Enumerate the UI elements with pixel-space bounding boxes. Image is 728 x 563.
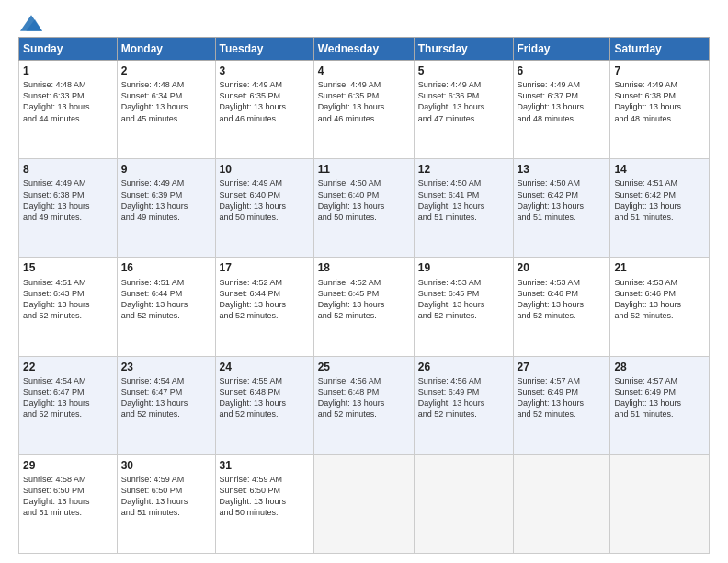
day-info-line: and 51 minutes. xyxy=(23,507,113,518)
day-number: 17 xyxy=(220,260,310,275)
calendar-cell: 18Sunrise: 4:52 AMSunset: 6:45 PMDayligh… xyxy=(313,258,414,356)
day-number: 12 xyxy=(418,162,509,177)
calendar-cell: 19Sunrise: 4:53 AMSunset: 6:45 PMDayligh… xyxy=(414,258,513,356)
day-info-line: Daylight: 13 hours xyxy=(220,397,310,408)
day-info-line: and 52 minutes. xyxy=(121,408,211,419)
day-info-line: Sunrise: 4:57 AM xyxy=(614,375,705,386)
calendar-cell: 10Sunrise: 4:49 AMSunset: 6:40 PMDayligh… xyxy=(215,159,313,258)
day-info-line: and 52 minutes. xyxy=(518,310,607,321)
day-info-line: and 48 minutes. xyxy=(518,113,607,124)
day-number: 9 xyxy=(121,162,211,177)
day-info-line: Sunrise: 4:50 AM xyxy=(418,178,509,189)
day-info-line: Sunrise: 4:53 AM xyxy=(614,277,705,288)
calendar-week-2: 8Sunrise: 4:49 AMSunset: 6:38 PMDaylight… xyxy=(19,159,710,258)
calendar-cell: 28Sunrise: 4:57 AMSunset: 6:49 PMDayligh… xyxy=(610,356,710,454)
calendar-cell: 2Sunrise: 4:48 AMSunset: 6:34 PMDaylight… xyxy=(117,61,215,159)
day-info-line: Sunset: 6:45 PM xyxy=(418,288,509,299)
day-number: 29 xyxy=(23,458,113,473)
logo-icon xyxy=(20,15,42,31)
day-info-line: Sunrise: 4:51 AM xyxy=(614,178,705,189)
day-number: 16 xyxy=(121,260,211,275)
day-number: 5 xyxy=(418,63,509,78)
day-info-line: Sunset: 6:47 PM xyxy=(23,386,113,397)
day-info-line: and 52 minutes. xyxy=(220,310,310,321)
day-info-line: Sunset: 6:46 PM xyxy=(518,288,607,299)
day-info-line: Sunset: 6:46 PM xyxy=(614,288,705,299)
calendar-cell: 30Sunrise: 4:59 AMSunset: 6:50 PMDayligh… xyxy=(117,454,215,553)
weekday-header-tuesday: Tuesday xyxy=(215,38,313,61)
day-info-line: Sunset: 6:42 PM xyxy=(614,190,705,201)
day-info-line: Sunset: 6:40 PM xyxy=(220,190,310,201)
day-number: 11 xyxy=(318,162,410,177)
day-info-line: Daylight: 13 hours xyxy=(318,101,410,112)
day-number: 15 xyxy=(23,260,113,275)
calendar-cell: 6Sunrise: 4:49 AMSunset: 6:37 PMDaylight… xyxy=(513,61,610,159)
calendar-body: 1Sunrise: 4:48 AMSunset: 6:33 PMDaylight… xyxy=(19,61,710,554)
day-info-line: and 50 minutes. xyxy=(318,212,410,223)
header xyxy=(18,15,710,28)
day-info-line: Sunset: 6:49 PM xyxy=(418,386,509,397)
day-number: 13 xyxy=(518,162,607,177)
day-info-line: Daylight: 13 hours xyxy=(121,496,211,507)
calendar-cell: 23Sunrise: 4:54 AMSunset: 6:47 PMDayligh… xyxy=(117,356,215,454)
day-info-line: Sunset: 6:41 PM xyxy=(418,190,509,201)
day-number: 14 xyxy=(614,162,705,177)
calendar-cell: 14Sunrise: 4:51 AMSunset: 6:42 PMDayligh… xyxy=(610,159,710,258)
day-info-line: Sunset: 6:35 PM xyxy=(318,90,410,101)
day-info-line: Sunrise: 4:49 AM xyxy=(121,178,211,189)
day-info-line: Sunset: 6:34 PM xyxy=(121,90,211,101)
day-info-line: and 51 minutes. xyxy=(614,408,705,419)
day-info-line: Daylight: 13 hours xyxy=(23,299,113,310)
day-info-line: Sunrise: 4:51 AM xyxy=(23,277,113,288)
calendar-cell: 11Sunrise: 4:50 AMSunset: 6:40 PMDayligh… xyxy=(313,159,414,258)
day-info-line: and 51 minutes. xyxy=(614,212,705,223)
day-info-line: and 52 minutes. xyxy=(121,310,211,321)
day-info-line: and 52 minutes. xyxy=(418,408,509,419)
day-info-line: Daylight: 13 hours xyxy=(23,101,113,112)
day-info-line: and 52 minutes. xyxy=(23,310,113,321)
day-info-line: Sunset: 6:45 PM xyxy=(318,288,410,299)
calendar-cell: 25Sunrise: 4:56 AMSunset: 6:48 PMDayligh… xyxy=(313,356,414,454)
logo-text xyxy=(18,15,42,31)
day-number: 26 xyxy=(418,360,509,374)
day-info-line: Sunset: 6:44 PM xyxy=(121,288,211,299)
day-info-line: Sunrise: 4:49 AM xyxy=(220,79,310,90)
day-number: 27 xyxy=(518,360,607,374)
calendar-header-row: SundayMondayTuesdayWednesdayThursdayFrid… xyxy=(19,38,710,61)
day-info-line: Daylight: 13 hours xyxy=(23,496,113,507)
day-info-line: Sunrise: 4:59 AM xyxy=(121,474,211,485)
day-info-line: Daylight: 13 hours xyxy=(518,397,607,408)
weekday-header-monday: Monday xyxy=(117,38,215,61)
day-number: 10 xyxy=(220,162,310,177)
calendar-week-5: 29Sunrise: 4:58 AMSunset: 6:50 PMDayligh… xyxy=(19,454,710,553)
day-number: 2 xyxy=(121,63,211,78)
calendar-cell: 12Sunrise: 4:50 AMSunset: 6:41 PMDayligh… xyxy=(414,159,513,258)
day-info-line: Sunset: 6:35 PM xyxy=(220,90,310,101)
calendar-cell xyxy=(313,454,414,553)
calendar-cell: 3Sunrise: 4:49 AMSunset: 6:35 PMDaylight… xyxy=(215,61,313,159)
weekday-header-thursday: Thursday xyxy=(414,38,513,61)
day-info-line: Daylight: 13 hours xyxy=(418,299,509,310)
day-info-line: Sunrise: 4:52 AM xyxy=(318,277,410,288)
calendar-cell xyxy=(610,454,710,553)
day-info-line: Sunrise: 4:59 AM xyxy=(220,474,310,485)
day-info-line: and 47 minutes. xyxy=(418,113,509,124)
day-info-line: Sunset: 6:37 PM xyxy=(518,90,607,101)
day-info-line: Sunrise: 4:54 AM xyxy=(121,375,211,386)
weekday-header-sunday: Sunday xyxy=(19,38,118,61)
day-info-line: Daylight: 13 hours xyxy=(121,299,211,310)
day-info-line: Sunset: 6:33 PM xyxy=(23,90,113,101)
day-info-line: Daylight: 13 hours xyxy=(121,397,211,408)
logo xyxy=(18,15,42,28)
day-info-line: Daylight: 13 hours xyxy=(318,299,410,310)
day-number: 19 xyxy=(418,260,509,275)
day-number: 4 xyxy=(318,63,410,78)
day-info-line: and 46 minutes. xyxy=(220,113,310,124)
day-info-line: Sunset: 6:50 PM xyxy=(23,485,113,496)
weekday-header-saturday: Saturday xyxy=(610,38,710,61)
calendar-cell: 24Sunrise: 4:55 AMSunset: 6:48 PMDayligh… xyxy=(215,356,313,454)
day-info-line: Sunrise: 4:49 AM xyxy=(518,79,607,90)
day-number: 8 xyxy=(23,162,113,177)
day-info-line: and 48 minutes. xyxy=(614,113,705,124)
day-number: 3 xyxy=(220,63,310,78)
